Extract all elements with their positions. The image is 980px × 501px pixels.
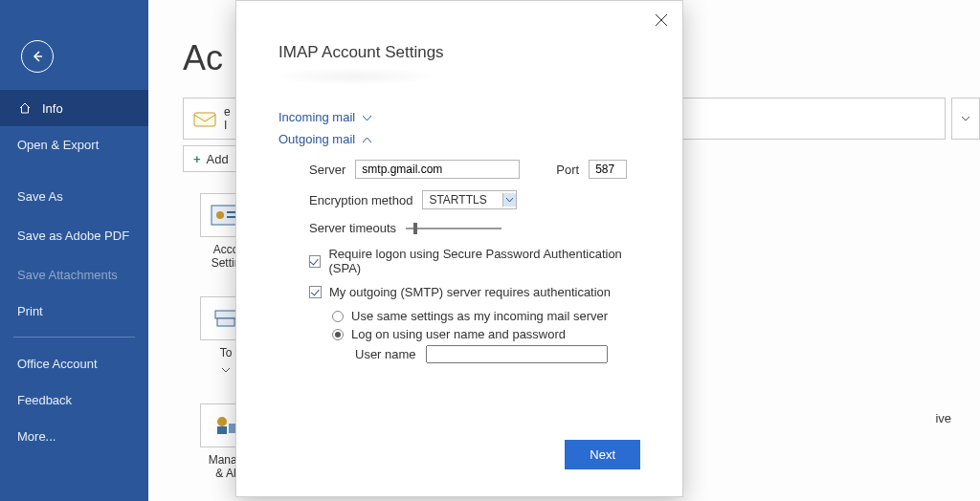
sidebar-label: Save As xyxy=(17,189,63,204)
body-text-fragment: ive xyxy=(935,411,951,425)
spa-checkbox[interactable] xyxy=(309,255,321,268)
timeouts-label: Server timeouts xyxy=(309,221,396,235)
radio-same-settings[interactable] xyxy=(332,311,344,322)
sidebar-label: Info xyxy=(42,101,63,116)
mailbox-icon xyxy=(193,107,216,130)
imap-settings-dialog: IMAP Account Settings Incoming mail Outg… xyxy=(235,0,683,497)
home-icon xyxy=(17,101,33,115)
spa-label: Require logon using Secure Password Auth… xyxy=(328,247,640,275)
back-button[interactable] xyxy=(21,40,54,73)
timeouts-slider[interactable] xyxy=(406,228,501,229)
incoming-mail-section[interactable]: Incoming mail xyxy=(278,110,640,124)
plus-icon: + xyxy=(193,152,201,166)
sidebar-label: Open & Export xyxy=(17,138,99,152)
svg-point-18 xyxy=(217,417,227,426)
encryption-value: STARTTLS xyxy=(429,193,486,207)
email-redacted xyxy=(278,68,432,85)
svg-rect-16 xyxy=(215,311,236,318)
radio-logon[interactable] xyxy=(332,329,344,340)
svg-rect-19 xyxy=(217,426,227,434)
next-button[interactable]: Next xyxy=(565,440,640,469)
sidebar-item-open-export[interactable]: Open & Export xyxy=(0,126,148,163)
chevron-down-icon xyxy=(363,110,371,124)
sidebar-label: Save as Adobe PDF xyxy=(17,229,129,243)
server-input[interactable] xyxy=(355,160,520,179)
radio-logon-label: Log on using user name and password xyxy=(351,327,566,341)
encryption-label: Encryption method xyxy=(309,193,412,207)
account-line1: e xyxy=(224,105,231,119)
outgoing-mail-section[interactable]: Outgoing mail xyxy=(278,132,640,146)
sidebar-item-feedback[interactable]: Feedback xyxy=(0,381,148,418)
dialog-title: IMAP Account Settings xyxy=(278,43,640,62)
add-account-button[interactable]: + Add xyxy=(183,145,239,172)
account-line2: I xyxy=(224,119,227,132)
sidebar-item-office-account[interactable]: Office Account xyxy=(0,345,148,381)
username-label: User name xyxy=(355,347,416,361)
add-account-label: Add xyxy=(207,152,229,166)
sidebar-label: Office Account xyxy=(17,357,98,371)
port-label: Port xyxy=(556,163,579,177)
sidebar-item-print[interactable]: Print xyxy=(0,293,148,329)
slider-thumb[interactable] xyxy=(413,223,417,234)
svg-point-13 xyxy=(216,211,224,219)
sidebar-item-save-attachments: Save Attachments xyxy=(0,256,148,293)
radio-same-label: Use same settings as my incoming mail se… xyxy=(351,309,608,323)
outgoing-label: Outgoing mail xyxy=(278,132,355,146)
smtp-auth-label: My outgoing (SMTP) server requires authe… xyxy=(329,285,611,299)
svg-rect-11 xyxy=(194,113,215,126)
sidebar-item-save-as[interactable]: Save As xyxy=(0,178,148,214)
sidebar-label: Print xyxy=(17,304,43,318)
smtp-auth-checkbox[interactable] xyxy=(309,286,322,298)
account-dropdown-button[interactable] xyxy=(951,98,980,140)
sidebar-item-more[interactable]: More... xyxy=(0,418,148,454)
dialog-close-button[interactable] xyxy=(648,7,675,33)
chevron-up-icon xyxy=(363,132,371,146)
username-input[interactable] xyxy=(426,345,608,363)
incoming-label: Incoming mail xyxy=(278,110,355,124)
encryption-dropdown[interactable]: STARTTLS xyxy=(422,190,516,209)
chevron-down-icon xyxy=(502,193,516,207)
backstage-sidebar: Info Open & Export Save As Save as Adobe… xyxy=(0,0,148,501)
port-input[interactable] xyxy=(589,160,627,179)
server-label: Server xyxy=(309,163,345,177)
sidebar-item-save-adobe-pdf[interactable]: Save as Adobe PDF xyxy=(0,214,148,256)
sidebar-item-info[interactable]: Info xyxy=(0,90,148,126)
sidebar-label: More... xyxy=(17,429,56,444)
sidebar-label: Feedback xyxy=(17,393,72,407)
sidebar-label: Save Attachments xyxy=(17,268,118,282)
svg-rect-17 xyxy=(217,318,234,326)
